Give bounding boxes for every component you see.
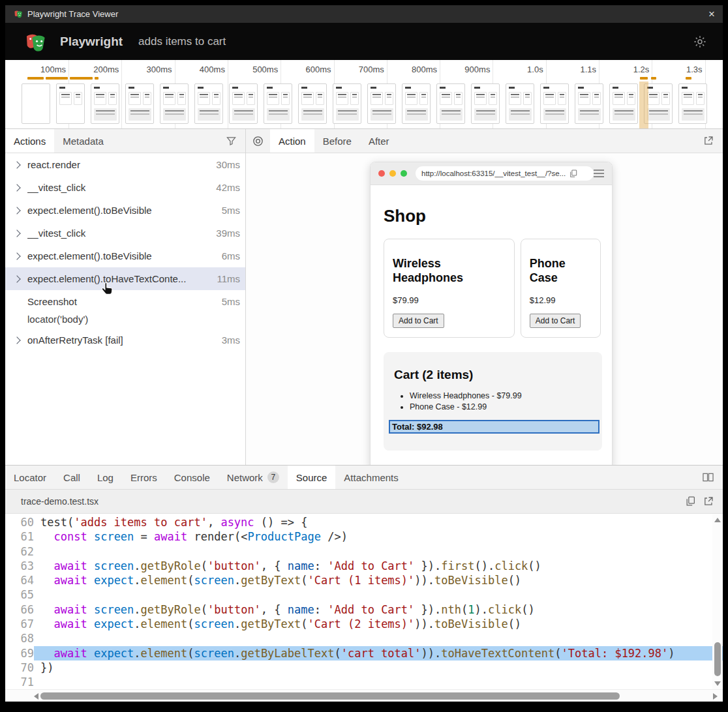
thumb-heading <box>474 87 480 89</box>
horizontal-scroll-thumb[interactable] <box>40 692 620 700</box>
source-filebar: trace-demo.test.tsx <box>5 490 723 514</box>
thumb-cart <box>682 108 705 121</box>
source-code-line: 64 await expect.element(screen.getByText… <box>5 573 723 587</box>
tab-console[interactable]: Console <box>166 466 219 489</box>
expand-chevron-icon[interactable] <box>14 276 27 282</box>
cart-section: Cart (2 items) Wireless Headphones - $79… <box>384 352 602 451</box>
thumb-card <box>212 92 220 105</box>
tab-errors[interactable]: Errors <box>122 466 166 489</box>
scroll-down-arrow-icon[interactable] <box>714 681 721 686</box>
thumb-card <box>267 92 279 105</box>
timeline-frame-thumbnail[interactable] <box>229 83 258 124</box>
thumb-card <box>163 92 175 105</box>
timeline-frame-thumbnail[interactable] <box>506 83 534 124</box>
pick-locator-target-icon[interactable] <box>246 129 270 153</box>
timeline-frame-thumbnail[interactable] <box>22 83 50 124</box>
browser-menu-icon[interactable] <box>594 170 604 177</box>
action-row[interactable]: onAfterRetryTask [fail]3ms <box>5 329 245 351</box>
timeline-tick-label: 300ms <box>127 65 172 74</box>
thumb-card <box>247 92 255 105</box>
source-code-line: 69 await expect.element(screen.getByLabe… <box>5 646 723 660</box>
timeline-filmstrip[interactable] <box>22 83 707 124</box>
timeline-tick-label: 900ms <box>444 65 490 74</box>
thumb-cart <box>129 108 151 121</box>
action-row[interactable]: __vitest_click42ms <box>5 176 245 199</box>
thumb-card <box>301 92 314 105</box>
line-number: 64 <box>5 573 34 587</box>
source-horizontal-scrollbar[interactable] <box>5 689 723 702</box>
timeline-frame-thumbnail[interactable] <box>333 83 361 124</box>
timeline-frame-thumbnail[interactable] <box>540 83 569 124</box>
timeline-action-bar <box>651 77 656 80</box>
actions-panel: ActionsMetadata react.render30ms__vitest… <box>5 129 246 465</box>
thumb-heading <box>267 87 273 89</box>
timeline-action-bar <box>640 77 648 80</box>
split-view-icon[interactable] <box>693 466 723 489</box>
expand-chevron-icon[interactable] <box>14 231 27 236</box>
expand-chevron-icon[interactable] <box>14 338 27 343</box>
close-icon[interactable]: × <box>708 8 715 20</box>
gear-icon[interactable] <box>693 35 707 49</box>
action-row[interactable]: react.render30ms <box>5 153 245 176</box>
timeline-frame-thumbnail[interactable] <box>575 83 603 124</box>
tab-after[interactable]: After <box>360 129 398 153</box>
expand-chevron-icon[interactable] <box>14 185 27 190</box>
playwright-masks-icon <box>13 9 23 19</box>
timeline-frame-thumbnail[interactable] <box>56 83 85 124</box>
timeline-frame-thumbnail[interactable] <box>367 83 396 124</box>
tab-call[interactable]: Call <box>55 466 89 489</box>
tab-source[interactable]: Source <box>288 466 336 489</box>
tab-locator[interactable]: Locator <box>5 466 55 489</box>
browser-chrome: http://localhost:63315/__vitest_test__/?… <box>371 162 612 185</box>
open-source-external-icon[interactable] <box>703 496 714 507</box>
action-row[interactable]: Screenshot5ms <box>5 290 245 313</box>
thumb-card <box>558 92 566 105</box>
action-row[interactable]: __vitest_click39ms <box>5 222 245 245</box>
code-text: }) <box>34 660 723 675</box>
timeline-frame-thumbnail[interactable] <box>471 83 500 124</box>
vertical-scroll-thumb[interactable] <box>714 642 721 676</box>
add-to-cart-button[interactable]: Add to Cart <box>530 314 581 328</box>
tab-action[interactable]: Action <box>270 129 314 153</box>
thumb-card <box>627 92 635 105</box>
timeline-frame-thumbnail[interactable] <box>125 83 154 124</box>
tab-attachments[interactable]: Attachments <box>335 466 406 489</box>
action-row[interactable]: expect.element().toBeVisible5ms <box>5 199 245 222</box>
tab-actions[interactable]: Actions <box>5 129 54 153</box>
add-to-cart-button[interactable]: Add to Cart <box>393 314 444 328</box>
scroll-left-arrow-icon[interactable] <box>34 693 38 700</box>
action-row[interactable]: expect.element().toHaveTextConte...11ms <box>5 267 245 290</box>
timeline-frame-thumbnail[interactable] <box>91 83 119 124</box>
open-snapshot-external-icon[interactable] <box>694 129 723 153</box>
tab-network[interactable]: Network7 <box>219 466 288 489</box>
line-number: 66 <box>5 602 34 617</box>
timeline-frame-thumbnail[interactable] <box>402 83 431 124</box>
expand-chevron-icon[interactable] <box>14 162 27 168</box>
thumb-card <box>647 92 660 105</box>
expand-chevron-icon[interactable] <box>14 254 27 259</box>
line-number: 61 <box>5 529 34 544</box>
expand-chevron-icon[interactable] <box>14 208 27 213</box>
source-code-line: 62 <box>5 544 723 559</box>
tab-before[interactable]: Before <box>314 129 360 153</box>
tab-log[interactable]: Log <box>89 466 122 489</box>
address-bar[interactable]: http://localhost:63315/__vitest_test__/?… <box>416 166 594 181</box>
timeline-frame-thumbnail[interactable] <box>264 83 292 124</box>
timeline-frame-thumbnail[interactable] <box>436 83 465 124</box>
scroll-right-arrow-icon[interactable] <box>713 693 718 700</box>
thumb-cart <box>336 108 359 121</box>
timeline-frame-thumbnail[interactable] <box>194 83 223 124</box>
timeline-frame-thumbnail[interactable] <box>678 83 707 124</box>
timeline-frame-thumbnail[interactable] <box>298 83 327 124</box>
copy-url-icon[interactable] <box>569 170 577 178</box>
source-vertical-scrollbar[interactable] <box>712 514 722 689</box>
timeline-frame-thumbnail[interactable] <box>609 83 638 124</box>
app-header: Playwright adds items to cart <box>5 23 723 60</box>
scroll-up-arrow-icon[interactable] <box>714 518 721 522</box>
tab-metadata[interactable]: Metadata <box>54 129 112 153</box>
action-row[interactable]: expect.element().toBeVisible6ms <box>5 245 245 267</box>
timeline-frame-thumbnail[interactable] <box>160 83 189 124</box>
copy-source-icon[interactable] <box>686 496 695 507</box>
timeline[interactable]: 100ms200ms300ms400ms500ms600ms700ms800ms… <box>5 60 723 129</box>
filter-icon[interactable] <box>217 129 245 153</box>
